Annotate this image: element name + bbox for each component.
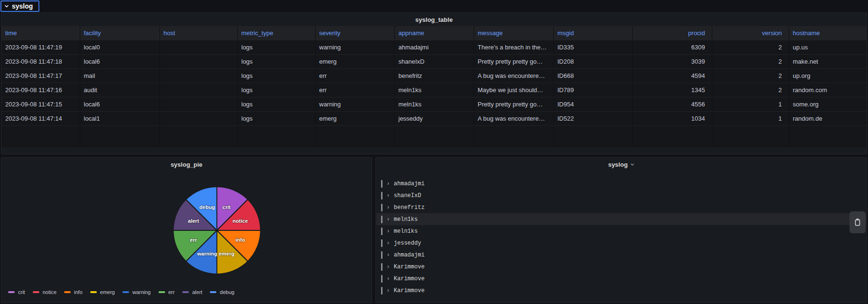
- pie-chart: critnoticeinfoemergwarningerralertdebug: [1, 171, 372, 291]
- legend-item-crit[interactable]: crit: [8, 289, 25, 295]
- copy-log-button[interactable]: [849, 211, 866, 233]
- table-row: 2023-09-08 11:47:15local6logswarningmeln…: [1, 97, 867, 111]
- log-text: jesseddy: [394, 240, 421, 247]
- table-cell: local6: [80, 54, 159, 68]
- table-cell: make.net: [789, 54, 867, 68]
- table-cell: logs: [237, 111, 315, 125]
- table-cell: Maybe we just should…: [474, 83, 553, 97]
- table-cell: 2: [712, 40, 789, 54]
- column-header-severity[interactable]: severity: [315, 26, 394, 40]
- column-header-hostname[interactable]: hostname: [789, 26, 867, 40]
- expand-chevron-icon: ›: [386, 240, 390, 246]
- table-cell: logs: [237, 40, 315, 54]
- table-cell: up.us: [789, 40, 867, 54]
- table-cell: [159, 83, 237, 97]
- table-row: 2023-09-08 11:47:14local1logsemergjessed…: [1, 111, 867, 125]
- table-cell: benefritz: [394, 68, 474, 83]
- legend-item-alert[interactable]: alert: [182, 289, 202, 295]
- table-cell: mail: [80, 68, 159, 83]
- table-row: 2023-09-08 11:47:19local0logswarningahma…: [1, 40, 867, 54]
- table-cell: ahmadajmi: [394, 40, 474, 54]
- pie-panel-title-text: syslog_pie: [170, 161, 202, 168]
- log-level-bar: [381, 275, 383, 283]
- table-cell-empty: [712, 125, 789, 147]
- legend-swatch: [159, 291, 165, 293]
- table-cell: ID954: [553, 97, 632, 111]
- table-cell: 2: [712, 68, 789, 83]
- log-row[interactable]: ›benefritz: [376, 201, 866, 213]
- table-cell: logs: [237, 54, 315, 68]
- log-row[interactable]: ›meln1ks: [376, 225, 866, 237]
- table-cell: A bug was encountere…: [474, 111, 553, 125]
- legend-item-debug[interactable]: debug: [210, 289, 234, 295]
- syslog-table-panel: syslog_table timefacilityhostmetric_type…: [1, 12, 867, 154]
- legend-swatch: [90, 291, 97, 293]
- table-cell: ID335: [553, 40, 632, 54]
- chevron-down-icon: [4, 4, 9, 9]
- chevron-down-icon: [630, 162, 635, 167]
- legend-label: alert: [192, 289, 202, 295]
- log-row[interactable]: ›Karimmove: [376, 285, 866, 296]
- legend-swatch: [210, 291, 216, 293]
- table-cell: 1034: [632, 111, 712, 125]
- syslog-table: timefacilityhostmetric_typeseverityappna…: [1, 26, 867, 147]
- logs-panel-title-text: syslog: [608, 161, 627, 168]
- pie-panel-title[interactable]: syslog_pie: [1, 158, 372, 171]
- table-cell: [159, 97, 237, 111]
- table-cell: 2023-09-08 11:47:16: [1, 83, 80, 97]
- expand-chevron-icon: ›: [386, 228, 390, 234]
- table-cell-empty: [394, 125, 474, 147]
- log-text: shaneIxD: [394, 192, 421, 199]
- log-text: ahmadajmi: [394, 180, 425, 187]
- legend-swatch: [64, 291, 71, 293]
- legend-item-err[interactable]: err: [159, 289, 175, 295]
- legend-item-warning[interactable]: warning: [122, 289, 151, 295]
- log-text: Karimmove: [394, 287, 425, 294]
- table-cell: emerg: [315, 111, 394, 125]
- table-cell: random.de: [789, 111, 867, 125]
- log-row[interactable]: ›shaneIxD: [376, 190, 866, 201]
- log-level-bar: [381, 192, 383, 200]
- log-level-bar: [381, 228, 383, 235]
- logs-panel-title[interactable]: syslog: [376, 158, 867, 171]
- table-cell: audit: [80, 83, 159, 97]
- table-cell: Pretty pretty pretty go…: [474, 54, 553, 68]
- table-cell: some.org: [789, 97, 867, 111]
- legend-item-emerg[interactable]: emerg: [90, 289, 115, 295]
- table-cell: ID208: [553, 54, 632, 68]
- table-header: timefacilityhostmetric_typeseverityappna…: [1, 26, 867, 40]
- log-level-bar: [381, 180, 383, 188]
- log-row[interactable]: ›ahmadajmi: [376, 249, 866, 261]
- table-cell: 2023-09-08 11:47:15: [1, 97, 80, 111]
- column-header-procid[interactable]: procid: [632, 26, 712, 40]
- table-cell-empty: [237, 125, 315, 147]
- column-header-facility[interactable]: facility: [80, 26, 159, 40]
- log-row[interactable]: ›meln1ks: [376, 213, 866, 225]
- table-cell: emerg: [315, 54, 394, 68]
- legend-label: warning: [132, 289, 151, 295]
- column-header-metric_type[interactable]: metric_type: [237, 26, 315, 40]
- legend-item-notice[interactable]: notice: [33, 289, 56, 295]
- log-rows: ›ahmadajmi›shaneIxD›benefritz›meln1ks›me…: [376, 178, 866, 296]
- log-level-bar: [381, 251, 383, 259]
- column-header-version[interactable]: version: [712, 26, 789, 40]
- table-cell: A bug was encountere…: [474, 68, 553, 83]
- column-header-time[interactable]: time: [1, 26, 80, 40]
- expand-chevron-icon: ›: [386, 180, 390, 187]
- table-cell: ID789: [553, 83, 632, 97]
- log-row[interactable]: ›Karimmove: [376, 261, 866, 273]
- log-row[interactable]: ›ahmadajmi: [376, 178, 866, 190]
- column-header-msgid[interactable]: msgid: [553, 26, 632, 40]
- row-toggle-syslog[interactable]: syslog: [0, 0, 39, 12]
- column-header-appname[interactable]: appname: [394, 26, 474, 40]
- table-cell: jesseddy: [394, 111, 474, 125]
- log-row[interactable]: ›jesseddy: [376, 237, 866, 249]
- table-cell: 4556: [632, 97, 712, 111]
- log-row[interactable]: ›Karimmove: [376, 273, 866, 285]
- column-header-message[interactable]: message: [474, 26, 553, 40]
- log-level-bar: [381, 263, 383, 271]
- legend-item-info[interactable]: info: [64, 289, 83, 295]
- table-cell-empty: [789, 125, 867, 147]
- column-header-host[interactable]: host: [159, 26, 237, 40]
- table-panel-title[interactable]: syslog_table: [1, 13, 867, 26]
